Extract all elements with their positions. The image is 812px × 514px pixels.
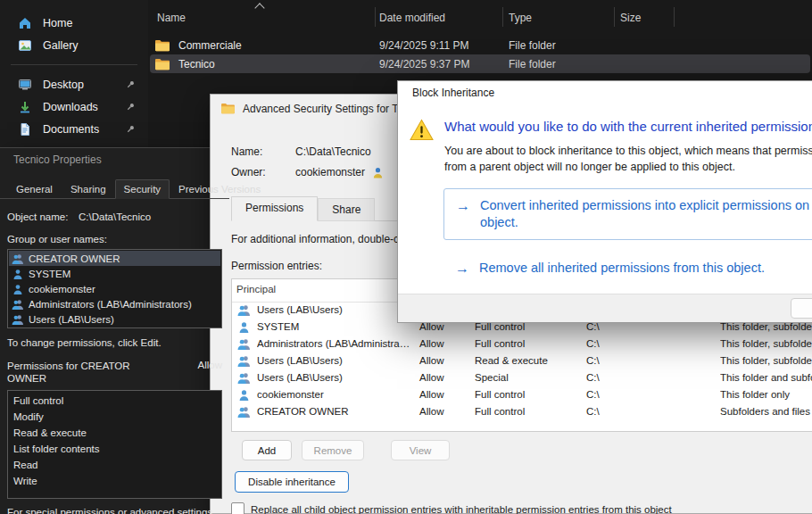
- list-item-administrators[interactable]: Administrators (LAB\Administrators): [9, 296, 220, 311]
- disable-inheritance-button[interactable]: Disable inheritance: [235, 471, 349, 493]
- column-divider[interactable]: [502, 7, 503, 27]
- home-icon: [18, 16, 32, 30]
- principal-name: SYSTEM: [29, 269, 70, 279]
- cell-type: Allow: [419, 406, 443, 417]
- table-row[interactable]: Users (LAB\Users) Allow Special C:\ This…: [232, 370, 812, 387]
- desktop-icon: [18, 78, 32, 92]
- users-icon: [237, 372, 251, 384]
- file-row-commerciale[interactable]: Commerciale 9/24/2025 9:11 PM File folde…: [150, 36, 810, 54]
- table-row[interactable]: Administrators (LAB\Administrators) Allo…: [232, 336, 812, 353]
- security-tab-panel: Object name: C:\Data\Tecnico Group or us…: [0, 198, 229, 514]
- arrow-right-icon: →: [455, 260, 469, 277]
- column-header-date-modified[interactable]: Date modified: [379, 12, 445, 24]
- list-item-creator-owner[interactable]: CREATOR OWNER: [9, 251, 220, 266]
- command-link-remove-permissions[interactable]: → Remove all inherited permissions from …: [455, 260, 765, 277]
- sidebar-separator: [11, 64, 137, 65]
- tab-security[interactable]: Security: [115, 179, 170, 199]
- column-divider[interactable]: [674, 7, 675, 27]
- permission-read-execute[interactable]: Read & execute: [8, 425, 221, 441]
- cell-inherited-from: C:\: [586, 406, 600, 417]
- cell-applies-to: This folder only: [720, 389, 812, 400]
- column-header-type[interactable]: Type: [509, 12, 532, 24]
- dialog-title: Block Inheritance: [398, 81, 812, 104]
- list-item-users[interactable]: Users (LAB\Users): [9, 311, 220, 327]
- column-divider[interactable]: [614, 7, 615, 27]
- sidebar-item-home[interactable]: Home: [0, 12, 148, 34]
- cell-type: Allow: [419, 389, 443, 400]
- advanced-hint-text: For special permissions or advanced sett…: [7, 506, 217, 514]
- users-icon: [12, 253, 24, 264]
- sidebar-item-gallery[interactable]: Gallery: [0, 34, 148, 56]
- user-icon: [12, 284, 24, 294]
- dialog-body-text: You are about to block inheritance to th…: [444, 144, 812, 175]
- table-row[interactable]: cookiemonster Allow Full control C:\ Thi…: [232, 387, 812, 404]
- column-header-name[interactable]: Name: [157, 12, 186, 24]
- replace-permissions-checkbox[interactable]: [231, 502, 244, 514]
- cell-principal: cookiemonster: [257, 389, 410, 400]
- file-name: Tecnico: [178, 58, 215, 70]
- users-icon: [12, 299, 24, 310]
- tab-previous-versions[interactable]: Previous Versions: [170, 179, 269, 199]
- cell-applies-to: This folder, subfolders and files: [720, 355, 812, 366]
- dialog-footer: Cancel: [398, 294, 812, 322]
- permission-write[interactable]: Write: [8, 473, 221, 489]
- permission-full-control[interactable]: Full control: [8, 393, 221, 409]
- explorer-column-header: Name Date modified Type Size: [148, 0, 812, 34]
- cell-inherited-from: C:\: [586, 355, 600, 366]
- cell-type: Allow: [419, 355, 443, 366]
- dialog-title: Tecnico Properties: [0, 148, 229, 171]
- remove-button[interactable]: Remove: [302, 440, 364, 460]
- column-divider[interactable]: [375, 7, 376, 27]
- add-button[interactable]: Add: [242, 440, 292, 460]
- column-header-principal[interactable]: Principal: [236, 284, 276, 294]
- folder-icon: [154, 39, 170, 52]
- list-item-system[interactable]: SYSTEM: [9, 266, 220, 281]
- command-link-label: Convert inherited permissions into expli…: [480, 197, 812, 231]
- allow-column-header: Allow: [198, 360, 222, 386]
- users-icon: [12, 314, 24, 325]
- warning-icon: [410, 119, 434, 141]
- cell-applies-to: This folder, subfolders and files: [720, 338, 812, 349]
- name-label: Name:: [231, 145, 295, 158]
- cell-inherited-from: C:\: [586, 389, 600, 400]
- pin-icon: [126, 79, 136, 89]
- sidebar-item-desktop[interactable]: Desktop: [0, 73, 148, 95]
- list-item-cookiemonster[interactable]: cookiemonster: [9, 281, 220, 296]
- file-row-tecnico[interactable]: Tecnico 9/24/2025 9:37 PM File folder: [150, 54, 810, 73]
- object-name-value: C:\Data\Tecnico: [79, 211, 151, 222]
- sidebar-item-downloads[interactable]: Downloads: [0, 95, 148, 118]
- permission-list-folder-contents[interactable]: List folder contents: [8, 441, 221, 457]
- cell-access: Full control: [475, 389, 525, 400]
- permission-read[interactable]: Read: [8, 457, 221, 473]
- cell-access: Read & execute: [475, 355, 548, 366]
- principal-name: CREATOR OWNER: [29, 253, 120, 264]
- users-icon: [237, 355, 251, 367]
- tecnico-properties-dialog: Tecnico Properties General Sharing Secur…: [0, 147, 230, 514]
- tab-share[interactable]: Share: [318, 198, 375, 221]
- file-type: File folder: [509, 58, 620, 70]
- downloads-icon: [18, 100, 32, 114]
- permission-modify[interactable]: Modify: [8, 409, 221, 425]
- cell-inherited-from: C:\: [586, 372, 600, 383]
- file-date-modified: 9/24/2025 9:11 PM: [379, 39, 509, 52]
- tab-general[interactable]: General: [7, 179, 62, 199]
- cell-applies-to: This folder and subfolders: [720, 372, 812, 383]
- command-link-convert-permissions[interactable]: → Convert inherited permissions into exp…: [443, 188, 812, 240]
- tab-permissions[interactable]: Permissions: [231, 196, 318, 221]
- permissions-list: Full control Modify Read & execute List …: [7, 390, 222, 499]
- name-value: C:\Data\Tecnico: [295, 145, 371, 158]
- file-name: Commerciale: [178, 39, 242, 52]
- table-row[interactable]: Users (LAB\Users) Allow Read & execute C…: [232, 353, 812, 370]
- user-icon: [12, 269, 24, 279]
- cell-type: Allow: [419, 338, 443, 349]
- column-header-size[interactable]: Size: [620, 12, 641, 24]
- sidebar-item-label: Home: [43, 17, 72, 29]
- sidebar-item-documents[interactable]: Documents: [0, 118, 148, 140]
- table-row[interactable]: CREATOR OWNER Allow Full control C:\ Sub…: [232, 404, 812, 421]
- folder-icon: [154, 58, 170, 70]
- cancel-button[interactable]: Cancel: [791, 298, 812, 319]
- pin-icon: [126, 124, 136, 134]
- desktop: Name Date modified Type Size Home Galler…: [0, 0, 812, 514]
- tab-sharing[interactable]: Sharing: [62, 179, 115, 199]
- view-button[interactable]: View: [391, 440, 450, 460]
